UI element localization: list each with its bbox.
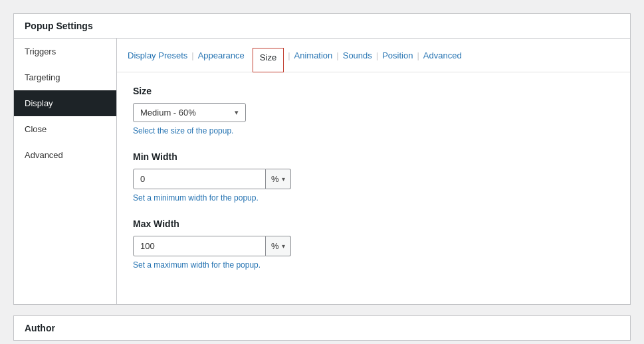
min-width-input[interactable] <box>133 169 266 189</box>
min-width-unit-select[interactable]: % ▾ <box>266 169 291 189</box>
tab-appearance[interactable]: Appearance <box>198 50 245 70</box>
min-width-label: Min Width <box>133 151 614 162</box>
sidebar: Triggers Targeting Display Close Advance… <box>14 39 117 304</box>
author-panel: Author <box>13 315 631 341</box>
max-width-unit-select[interactable]: % ▾ <box>266 236 291 256</box>
size-label: Size <box>133 86 614 96</box>
sidebar-item-triggers[interactable]: Triggers <box>14 39 116 64</box>
form-content: Size Medium - 60% ▾ Select the size of t… <box>117 72 630 299</box>
tab-size[interactable]: Size <box>253 48 284 72</box>
min-width-unit-value: % <box>271 174 279 184</box>
author-header: Author <box>14 316 630 340</box>
max-width-section: Max Width % ▾ Set a maximum width for th… <box>133 218 614 270</box>
separator-6: | <box>413 50 423 70</box>
max-width-label: Max Width <box>133 218 614 229</box>
panel-title: Popup Settings <box>25 21 93 31</box>
tab-sounds[interactable]: Sounds <box>343 50 372 70</box>
author-title: Author <box>25 323 55 333</box>
sidebar-item-advanced[interactable]: Advanced <box>14 142 116 168</box>
tab-position[interactable]: Position <box>382 50 413 70</box>
tab-display-presets[interactable]: Display Presets <box>128 50 187 70</box>
chevron-down-icon: ▾ <box>282 175 285 183</box>
sidebar-item-targeting[interactable]: Targeting <box>14 64 116 90</box>
size-section: Size Medium - 60% ▾ Select the size of t… <box>133 86 614 135</box>
content-area: Display Presets | Appearance Size | Anim… <box>117 39 630 304</box>
separator-3: | <box>284 50 294 70</box>
min-width-section: Min Width % ▾ Set a minimum width for th… <box>133 151 614 203</box>
separator-1: | <box>187 50 197 70</box>
size-dropdown-value: Medium - 60% <box>140 108 196 118</box>
separator-4: | <box>332 50 342 70</box>
size-dropdown[interactable]: Medium - 60% ▾ <box>133 103 246 122</box>
max-width-input-row: % ▾ <box>133 236 614 256</box>
tab-animation[interactable]: Animation <box>294 50 333 70</box>
popup-settings-panel: Popup Settings Triggers Targeting Displa… <box>13 13 631 305</box>
max-width-unit-value: % <box>271 241 279 251</box>
size-hint: Select the size of the popup. <box>133 126 614 135</box>
panel-header: Popup Settings <box>14 14 630 39</box>
panel-body: Triggers Targeting Display Close Advance… <box>14 39 630 304</box>
separator-5: | <box>372 50 382 70</box>
chevron-down-icon: ▾ <box>235 108 239 117</box>
min-width-input-row: % ▾ <box>133 169 614 189</box>
max-width-input[interactable] <box>133 236 266 256</box>
tab-advanced[interactable]: Advanced <box>423 50 462 70</box>
min-width-hint: Set a minimum width for the popup. <box>133 193 614 203</box>
chevron-down-icon: ▾ <box>282 242 285 250</box>
separator-2 <box>245 55 253 64</box>
sidebar-item-display[interactable]: Display <box>14 90 116 116</box>
max-width-hint: Set a maximum width for the popup. <box>133 260 614 270</box>
sidebar-item-close[interactable]: Close <box>14 116 116 142</box>
tab-navigation: Display Presets | Appearance Size | Anim… <box>117 39 630 72</box>
